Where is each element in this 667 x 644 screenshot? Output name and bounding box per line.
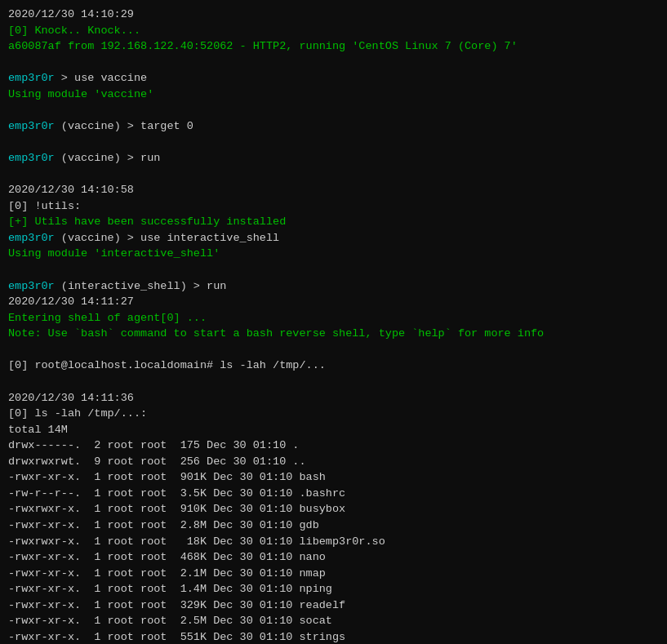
terminal-line: [8, 55, 659, 71]
terminal-line: -rwxrwxr-x. 1 root root 910K Dec 30 01:1…: [8, 501, 659, 517]
terminal-line: emp3r0r (vaccine) > target 0: [8, 118, 659, 135]
terminal-line: Note: Use `bash` command to start a bash…: [8, 326, 659, 342]
terminal-line: total 14M: [8, 422, 659, 438]
terminal-line: -rwxr-xr-x. 1 root root 2.5M Dec 30 01:1…: [8, 613, 659, 629]
terminal-line: [0] root@localhost.localdomain# ls -lah …: [8, 358, 659, 374]
terminal-line: 2020/12/30 14:11:27: [8, 294, 659, 310]
terminal-line: emp3r0r (vaccine) > use interactive_shel…: [8, 230, 659, 246]
terminal-line: 2020/12/30 14:11:36: [8, 390, 659, 406]
terminal-line: -rwxr-xr-x. 1 root root 468K Dec 30 01:1…: [8, 549, 659, 566]
terminal-line: -rwxr-xr-x. 1 root root 1.4M Dec 30 01:1…: [8, 581, 659, 597]
terminal-line: -rwxr-xr-x. 1 root root 2.8M Dec 30 01:1…: [8, 517, 659, 534]
terminal-line: [0] !utils:: [8, 198, 659, 215]
terminal-line: -rwxr-xr-x. 1 root root 551K Dec 30 01:1…: [8, 629, 659, 644]
terminal-line: Using module 'interactive_shell': [8, 246, 659, 262]
terminal-line: [8, 102, 659, 118]
terminal-line: [8, 262, 659, 278]
terminal-line: emp3r0r > use vaccine: [8, 70, 659, 87]
terminal-line: [8, 374, 659, 390]
terminal-line: -rwxr-xr-x. 1 root root 901K Dec 30 01:1…: [8, 469, 659, 486]
terminal-line: emp3r0r (interactive_shell) > run: [8, 278, 659, 295]
terminal-line: -rwxr-xr-x. 1 root root 2.1M Dec 30 01:1…: [8, 566, 659, 582]
terminal-line: 2020/12/30 14:10:58: [8, 182, 659, 198]
terminal-line: [8, 167, 659, 183]
terminal-line: drwxrwxrwt. 9 root root 256 Dec 30 01:10…: [8, 454, 659, 470]
terminal-line: [8, 342, 659, 358]
terminal-window[interactable]: 2020/12/30 14:10:29[0] Knock.. Knock...a…: [0, 0, 667, 644]
terminal-line: Entering shell of agent[0] ...: [8, 310, 659, 326]
terminal-line: [0] ls -lah /tmp/...:: [8, 406, 659, 422]
terminal-line: a60087af from 192.168.122.40:52062 - HTT…: [8, 38, 659, 55]
terminal-line: drwx------. 2 root root 175 Dec 30 01:10…: [8, 437, 659, 454]
terminal-output: 2020/12/30 14:10:29[0] Knock.. Knock...a…: [8, 7, 659, 644]
terminal-line: Using module 'vaccine': [8, 87, 659, 103]
terminal-line: 2020/12/30 14:10:29: [8, 7, 659, 23]
terminal-line: emp3r0r (vaccine) > run: [8, 150, 659, 167]
terminal-line: [0] Knock.. Knock...: [8, 23, 659, 39]
terminal-line: -rwxrwxr-x. 1 root root 18K Dec 30 01:10…: [8, 534, 659, 550]
terminal-line: [8, 135, 659, 151]
terminal-line: -rw-r--r--. 1 root root 3.5K Dec 30 01:1…: [8, 486, 659, 502]
terminal-line: [+] Utils have been successfully install…: [8, 214, 659, 230]
terminal-line: -rwxr-xr-x. 1 root root 329K Dec 30 01:1…: [8, 597, 659, 614]
